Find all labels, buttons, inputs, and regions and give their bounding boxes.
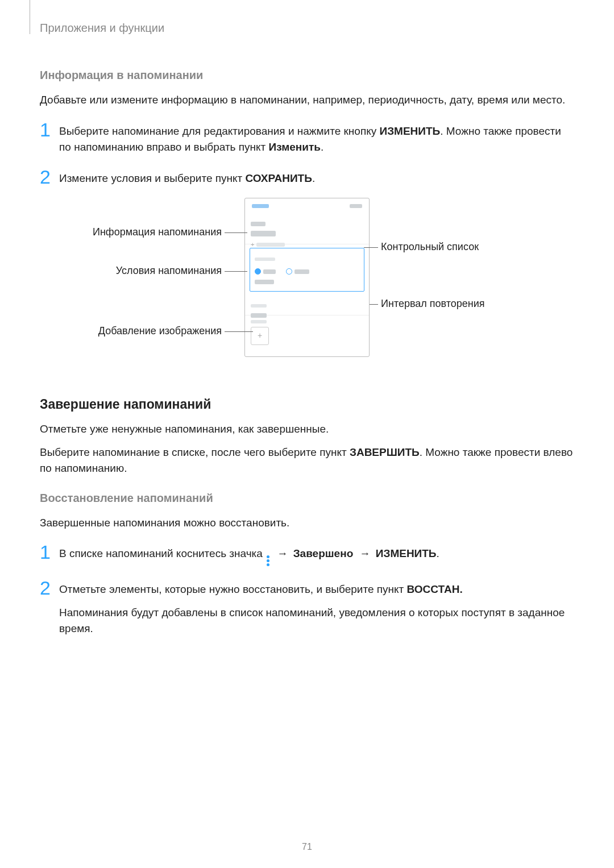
arrow-icon: →: [277, 546, 288, 562]
page-number: 71: [0, 842, 614, 852]
callout-repeat: Интервал повторения: [381, 298, 485, 310]
step1-text-e: .: [321, 141, 323, 153]
r1-c: ИЗМЕНИТЬ: [376, 547, 437, 559]
callout-add-image: Добавление изображения: [51, 325, 222, 337]
section-restore-title: Восстановление напоминаний: [40, 492, 574, 505]
phone-section-image: +: [245, 315, 369, 350]
restore-p: Завершенные напоминания можно восстанови…: [40, 515, 574, 531]
section-info-title: Информация в напоминании: [40, 69, 574, 82]
reminder-edit-figure: + + Информация напоминания: [40, 198, 574, 368]
r1-d: .: [437, 547, 439, 559]
complete-p2-b: ЗАВЕРШИТЬ: [350, 446, 420, 458]
r1-a: В списке напоминаний коснитесь значка: [59, 547, 265, 559]
step2-text-a: Измените условия и выберите пункт: [59, 172, 246, 184]
section-complete-title: Завершение напоминаний: [40, 397, 574, 412]
section-info-intro: Добавьте или измените информацию в напом…: [40, 92, 574, 109]
step2-bold-save: СОХРАНИТЬ: [246, 172, 312, 184]
restore-step-number-2: 2: [40, 578, 59, 597]
complete-p1: Отметьте уже ненужные напоминания, как з…: [40, 421, 574, 438]
r1-b: Завершено: [293, 547, 354, 559]
step-number-2: 2: [40, 167, 59, 186]
phone-section-info: +: [245, 214, 369, 244]
callout-conditions: Условия напоминания: [51, 265, 222, 277]
breadcrumb: Приложения и функции: [40, 22, 574, 35]
arrow-icon-2: →: [360, 546, 371, 562]
r2-a: Отметьте элементы, которые нужно восстан…: [59, 583, 407, 595]
callout-info: Информация напоминания: [51, 226, 222, 238]
restore-step-1: 1 В списке напоминаний коснитесь значка …: [40, 542, 574, 567]
restore-step-2: 2 Отметьте элементы, которые нужно восст…: [40, 578, 574, 637]
more-options-icon: [267, 555, 269, 567]
complete-p2: Выберите напоминание в списке, после чег…: [40, 445, 574, 477]
phone-section-repeat: [245, 295, 369, 315]
r2-b: ВОССТАН.: [407, 583, 463, 595]
step-number-1: 1: [40, 120, 59, 139]
phone-section-conditions: [250, 248, 364, 292]
phone-mock: + +: [244, 198, 370, 357]
complete-p2-a: Выберите напоминание в списке, после чег…: [40, 446, 350, 458]
step-2: 2 Измените условия и выберите пункт СОХР…: [40, 167, 574, 187]
restore-step-number-1: 1: [40, 542, 59, 562]
step1-bold-edit: ИЗМЕНИТЬ: [380, 125, 441, 137]
phone-topbar: [245, 198, 369, 214]
step-1: 1 Выберите напоминание для редактировани…: [40, 120, 574, 156]
r2-follow: Напоминания будут добавлены в список нап…: [59, 607, 565, 635]
step2-text-c: .: [312, 172, 315, 184]
callout-checklist: Контрольный список: [381, 241, 479, 253]
step1-bold-edit2: Изменить: [269, 141, 321, 153]
header-divider: [30, 0, 30, 34]
step1-text-a: Выберите напоминание для редактирования …: [59, 125, 380, 137]
add-image-button: +: [251, 327, 269, 345]
